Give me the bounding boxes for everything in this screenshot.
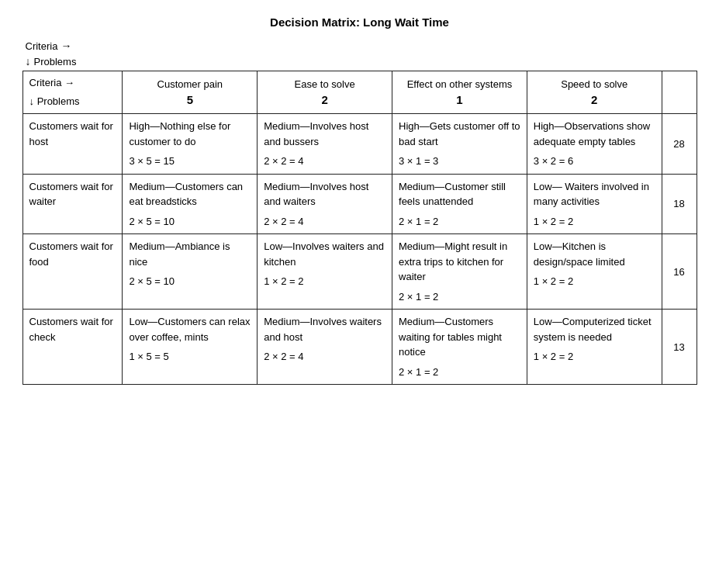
problem-cell-0: Customers wait for host xyxy=(22,114,123,175)
cell-calc-r2-c2: 2 × 1 = 2 xyxy=(399,289,520,305)
problems-header-label: ↓ Problems xyxy=(29,95,116,109)
cell-calc-r0-c1: 2 × 2 = 4 xyxy=(264,154,385,169)
criteria-label: Criteria → xyxy=(22,36,112,54)
cell-desc-r2-c3: Low—Kitchen is design/space limited xyxy=(534,239,655,269)
cell-calc-r2-c0: 2 × 5 = 10 xyxy=(129,274,251,289)
cell-desc-r0-c2: High—Gets customer off to bad start xyxy=(399,119,520,149)
cell-calc-r0-c2: 3 × 1 = 3 xyxy=(399,154,520,169)
problems-arrow-icon: ↓ xyxy=(26,55,31,67)
header-effect-other-systems: Effect on other systems 1 xyxy=(392,71,527,114)
criteria-cell-r1-c0: Medium—Customers can eat breadsticks2 × … xyxy=(123,174,258,234)
header-speed-to-solve: Speed to solve 2 xyxy=(527,71,662,114)
cell-desc-r3-c0: Low—Customers can relax over coffee, min… xyxy=(129,314,251,344)
cell-calc-r1-c2: 2 × 1 = 2 xyxy=(399,214,520,230)
criteria-cell-r0-c2: High—Gets customer off to bad start3 × 1… xyxy=(392,114,527,175)
criteria-header-label: Criteria → xyxy=(29,76,116,90)
problem-cell-1: Customers wait for waiter xyxy=(22,174,123,234)
cell-calc-r2-c3: 1 × 2 = 2 xyxy=(534,274,655,289)
header-total xyxy=(662,71,697,114)
criteria-arrow-icon: → xyxy=(60,40,71,52)
criteria-cell-r1-c3: Low— Waiters involved in many activities… xyxy=(527,174,662,234)
header-customer-pain: Customer pain 5 xyxy=(123,71,258,114)
cell-calc-r3-c0: 1 × 5 = 5 xyxy=(129,349,251,365)
cell-desc-r3-c1: Medium—Involves waiters and host xyxy=(264,314,385,344)
cell-calc-r1-c1: 2 × 2 = 4 xyxy=(264,214,385,230)
criteria-cell-r1-c1: Medium—Involves host and waiters2 × 2 = … xyxy=(258,174,392,234)
criteria-cell-r0-c3: High—Observations show adequate empty ta… xyxy=(527,114,662,175)
total-cell-0: 28 xyxy=(662,114,697,175)
cell-calc-r2-c1: 1 × 2 = 2 xyxy=(264,274,385,289)
cell-desc-r1-c2: Medium—Customer still feels unattended xyxy=(399,179,520,209)
cell-calc-r1-c0: 2 × 5 = 10 xyxy=(129,214,251,230)
criteria-cell-r2-c1: Low—Involves waiters and kitchen1 × 2 = … xyxy=(258,234,392,310)
criteria-cell-r2-c0: Medium—Ambiance is nice2 × 5 = 10 xyxy=(123,234,258,310)
cell-desc-r0-c1: Medium—Involves host and bussers xyxy=(264,119,385,149)
cell-desc-r2-c1: Low—Involves waiters and kitchen xyxy=(264,239,385,269)
criteria-cell-r3-c1: Medium—Involves waiters and host2 × 2 = … xyxy=(258,310,392,385)
cell-desc-r1-c1: Medium—Involves host and waiters xyxy=(264,179,385,209)
total-cell-1: 18 xyxy=(662,174,697,234)
cell-desc-r0-c0: High—Nothing else for customer to do xyxy=(129,119,251,149)
problems-label: ↓ Problems xyxy=(22,54,112,71)
total-cell-2: 16 xyxy=(662,234,697,310)
table-row: Customers wait for checkLow—Customers ca… xyxy=(22,310,697,385)
cell-calc-r3-c1: 2 × 2 = 4 xyxy=(264,349,385,365)
criteria-cell-r0-c0: High—Nothing else for customer to do3 × … xyxy=(123,114,258,175)
cell-desc-r3-c3: Low—Computerized ticket system is needed xyxy=(534,314,655,344)
cell-calc-r0-c3: 3 × 2 = 6 xyxy=(534,154,655,169)
table-row: Customers wait for waiterMedium—Customer… xyxy=(22,174,697,234)
total-cell-3: 13 xyxy=(662,310,697,385)
criteria-cell-r2-c3: Low—Kitchen is design/space limited1 × 2… xyxy=(527,234,662,310)
table-row: Customers wait for hostHigh—Nothing else… xyxy=(22,114,697,175)
criteria-cell-r0-c1: Medium—Involves host and bussers2 × 2 = … xyxy=(258,114,392,175)
criteria-cell-r3-c3: Low—Computerized ticket system is needed… xyxy=(527,310,662,385)
criteria-cell-r1-c2: Medium—Customer still feels unattended2 … xyxy=(392,174,527,234)
cell-desc-r1-c3: Low— Waiters involved in many activities xyxy=(534,179,655,209)
cell-calc-r3-c3: 1 × 2 = 2 xyxy=(534,349,655,365)
header-ease-to-solve: Ease to solve 2 xyxy=(258,71,392,114)
criteria-cell-r3-c0: Low—Customers can relax over coffee, min… xyxy=(123,310,258,385)
criteria-cell-r2-c2: Medium—Might result in extra trips to ki… xyxy=(392,234,527,310)
table-row: Customers wait for foodMedium—Ambiance i… xyxy=(22,234,697,310)
page-title: Decision Matrix: Long Wait Time xyxy=(22,16,697,29)
cell-calc-r3-c2: 2 × 1 = 2 xyxy=(399,365,520,380)
cell-desc-r2-c2: Medium—Might result in extra trips to ki… xyxy=(399,239,520,285)
cell-desc-r1-c0: Medium—Customers can eat breadsticks xyxy=(129,179,251,209)
problem-cell-3: Customers wait for check xyxy=(22,310,123,385)
cell-calc-r1-c3: 1 × 2 = 2 xyxy=(534,214,655,230)
cell-desc-r2-c0: Medium—Ambiance is nice xyxy=(129,239,251,269)
criteria-cell-r3-c2: Medium—Customers waiting for tables migh… xyxy=(392,310,527,385)
cell-calc-r0-c0: 3 × 5 = 15 xyxy=(129,154,251,169)
problem-cell-2: Customers wait for food xyxy=(22,234,123,310)
cell-desc-r0-c3: High—Observations show adequate empty ta… xyxy=(534,119,655,149)
cell-desc-r3-c2: Medium—Customers waiting for tables migh… xyxy=(399,314,520,360)
problem-header-cell: Criteria → ↓ Problems xyxy=(22,71,123,114)
